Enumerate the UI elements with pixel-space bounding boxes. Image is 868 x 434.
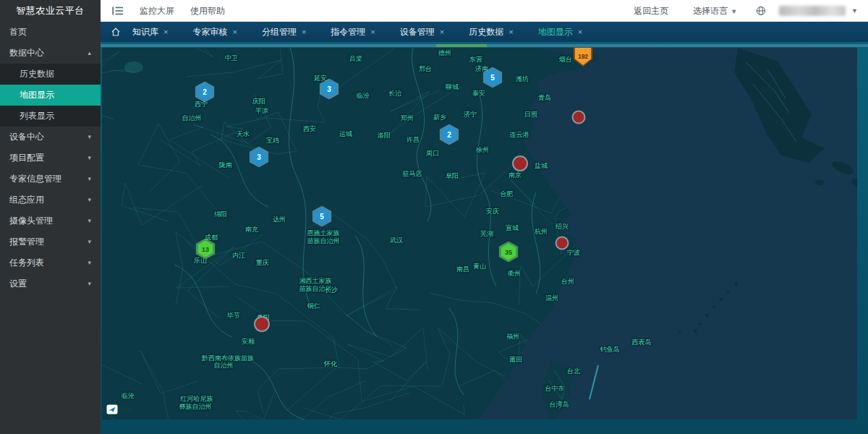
sidebar-collapse-icon[interactable] [112,6,124,16]
tab-6[interactable]: 历史数据× [469,26,513,38]
map-attribution: 高德地图 [106,404,132,414]
menu-monitor-screen[interactable]: 监控大屏 [140,5,174,17]
tab-3[interactable]: 分组管理× [262,26,306,38]
tab-close-icon[interactable]: × [509,27,513,36]
sidebar-submenu: 历史数据地图显示列表显示 [0,64,101,127]
sidebar-item-4[interactable]: 项目配置▾ [0,148,101,169]
map-page-content: 中卫西宁延安吕梁德州临汾长治邢台聊城济南泰安济宁东营烟台潍坊青岛日照庆阳平凉自治… [101,42,868,434]
sidebar-item-7[interactable]: 摄像头管理▾ [0,210,101,231]
tab-close-icon[interactable]: × [440,27,444,36]
app-logo-title: 智慧农业云平台 [0,0,101,22]
chevron-down-icon: ▼ [731,8,737,15]
tab-close-icon[interactable]: × [578,27,582,36]
map-scrollbar-track [101,44,868,47]
sidebar-item-label: 数据中心 [9,43,44,64]
cluster-count: 3 [322,81,337,98]
tab-label: 设备管理 [400,26,435,38]
cluster-count: 5 [485,69,501,86]
device-point-marker[interactable] [556,237,569,250]
tab-close-icon[interactable]: × [232,27,237,36]
tab-4[interactable]: 指令管理× [331,26,375,38]
globe-icon[interactable] [756,6,766,16]
cluster-count: 2 [442,127,457,143]
chevron-down-icon: ▾ [88,252,91,273]
sidebar-subitem-3[interactable]: 列表显示 [0,106,101,127]
sidebar-item-label: 项目配置 [9,148,44,169]
sidebar-item-3[interactable]: 设备中心▾ [0,127,101,148]
chevron-down-icon: ▾ [88,169,91,190]
tab-5[interactable]: 设备管理× [400,26,444,38]
language-select[interactable]: 选择语言▼ [693,5,737,17]
chevron-down-icon: ▾ [88,190,91,210]
device-point-marker[interactable] [254,316,270,332]
map-basemap [102,48,857,420]
cluster-count: 35 [501,244,516,260]
sidebar-item-label: 专家信息管理 [9,169,61,190]
map-canvas[interactable]: 中卫西宁延安吕梁德州临汾长治邢台聊城济南泰安济宁东营烟台潍坊青岛日照庆阳平凉自治… [102,48,857,420]
tab-label: 指令管理 [331,26,365,38]
tab-label: 知识库 [132,26,158,38]
amap-logo-icon [106,404,118,414]
tab-label: 专家审核 [192,26,227,38]
sidebar-menu: 首页数据中心▴历史数据地图显示列表显示设备中心▾项目配置▾专家信息管理▾组态应用… [0,22,101,294]
tab-close-icon[interactable]: × [163,27,168,36]
username-redacted [779,6,846,16]
sidebar-subitem-1[interactable]: 历史数据 [0,64,101,85]
sidebar-item-label: 报警管理 [9,231,44,252]
tab-1[interactable]: 知识库× [132,26,168,38]
cluster-count: 2 [197,84,213,101]
sidebar-item-label: 任务列表 [9,252,44,273]
sidebar-item-8[interactable]: 报警管理▾ [0,231,101,252]
cluster-count: 5 [315,208,330,225]
sidebar-item-2[interactable]: 数据中心▴ [0,43,101,64]
sidebar-item-5[interactable]: 专家信息管理▾ [0,169,101,190]
sidebar-subitem-2[interactable]: 地图显示 [0,85,101,106]
sidebar-item-10[interactable]: 设置▾ [0,273,101,294]
tab-close-icon[interactable]: × [370,27,375,36]
chevron-down-icon: ▾ [88,273,91,294]
cluster-count: 13 [198,241,213,258]
tab-bar: 知识库×专家审核×分组管理×指令管理×设备管理×历史数据×地图显示× [101,22,868,42]
sidebar-item-label: 设置 [9,273,27,294]
back-home-link[interactable]: 返回主页 [634,5,668,17]
tab-label: 历史数据 [469,26,503,38]
chevron-down-icon: ▾ [88,231,91,252]
sidebar-item-1[interactable]: 首页 [0,22,101,43]
cluster-count: 3 [252,149,267,166]
menu-help[interactable]: 使用帮助 [190,5,225,17]
chevron-down-icon: ▾ [88,127,91,148]
tabs-holder: 知识库×专家审核×分组管理×指令管理×设备管理×历史数据×地图显示× [132,26,607,38]
chevron-down-icon: ▾ [88,210,91,231]
chevron-down-icon: ▼ [851,7,858,14]
chevron-down-icon: ▾ [88,148,91,169]
tab-2[interactable]: 专家审核× [192,26,237,38]
tab-close-icon[interactable]: × [302,27,306,36]
home-tab-icon[interactable] [111,27,121,37]
top-header: 监控大屏 使用帮助 返回主页 选择语言▼ ▼ [101,0,868,22]
sidebar-item-6[interactable]: 组态应用▾ [0,190,101,210]
sidebar-item-9[interactable]: 任务列表▾ [0,252,101,273]
sidebar-item-label: 组态应用 [9,190,44,210]
device-point-marker[interactable] [572,111,586,124]
sidebar-item-label: 摄像头管理 [9,210,53,231]
map-scrollbar-thumb[interactable] [436,44,487,47]
sidebar-item-label: 首页 [9,22,27,43]
tab-label: 地图显示 [538,26,573,38]
tab-7[interactable]: 地图显示× [538,26,582,38]
chevron-up-icon: ▴ [88,43,91,64]
tab-label: 分组管理 [262,26,297,38]
user-account-menu[interactable]: ▼ [779,6,858,16]
device-point-marker[interactable] [512,156,528,171]
sidebar-item-label: 设备中心 [9,127,44,148]
language-label: 选择语言 [693,6,728,16]
sidebar: 智慧农业云平台 首页数据中心▴历史数据地图显示列表显示设备中心▾项目配置▾专家信… [0,0,101,434]
